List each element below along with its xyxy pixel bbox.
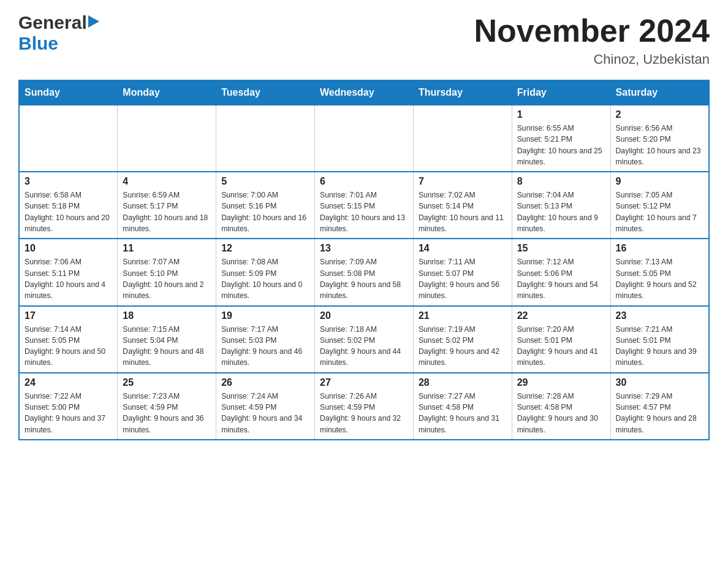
calendar-day-cell (19, 105, 118, 172)
calendar-day-cell (315, 105, 414, 172)
calendar-day-cell: 5Sunrise: 7:00 AMSunset: 5:16 PMDaylight… (216, 172, 315, 239)
weekday-header: Tuesday (216, 80, 315, 105)
day-info: Sunrise: 7:18 AM (320, 324, 408, 335)
day-info: Sunrise: 7:02 AM (419, 190, 507, 201)
day-info: Sunrise: 6:58 AM (25, 190, 112, 201)
day-info: Sunset: 5:15 PM (320, 201, 408, 212)
day-info: Daylight: 9 hours and 34 minutes. (221, 413, 309, 435)
calendar-day-cell (118, 105, 216, 172)
day-number: 28 (419, 377, 507, 388)
calendar-day-cell: 1Sunrise: 6:55 AMSunset: 5:21 PMDaylight… (512, 105, 610, 172)
day-info: Sunrise: 7:26 AM (320, 391, 408, 402)
day-info: Sunrise: 7:21 AM (616, 324, 703, 335)
day-info: Daylight: 10 hours and 0 minutes. (221, 279, 309, 302)
weekday-header: Saturday (610, 80, 709, 105)
title-block: November 2024 Chinoz, Uzbekistan (474, 12, 710, 67)
day-info: Sunset: 5:04 PM (123, 335, 211, 346)
day-info: Sunset: 5:03 PM (221, 335, 309, 346)
day-info: Sunset: 5:10 PM (123, 268, 211, 279)
day-info: Sunset: 5:13 PM (517, 201, 605, 212)
day-info: Sunset: 4:59 PM (320, 402, 408, 413)
day-info: Sunrise: 7:12 AM (517, 256, 605, 267)
weekday-header: Thursday (413, 80, 512, 105)
weekday-header: Monday (118, 80, 216, 105)
calendar-day-cell: 6Sunrise: 7:01 AMSunset: 5:15 PMDaylight… (315, 172, 414, 239)
calendar-day-cell: 21Sunrise: 7:19 AMSunset: 5:02 PMDayligh… (413, 306, 512, 373)
day-number: 16 (616, 243, 703, 254)
day-info: Daylight: 9 hours and 36 minutes. (123, 413, 211, 435)
day-info: Sunset: 5:01 PM (517, 335, 605, 346)
calendar-day-cell: 9Sunrise: 7:05 AMSunset: 5:12 PMDaylight… (610, 172, 709, 239)
calendar-day-cell: 7Sunrise: 7:02 AMSunset: 5:14 PMDaylight… (413, 172, 512, 239)
calendar-day-cell: 8Sunrise: 7:04 AMSunset: 5:13 PMDaylight… (512, 172, 610, 239)
calendar-week-row: 17Sunrise: 7:14 AMSunset: 5:05 PMDayligh… (19, 306, 709, 373)
day-info: Daylight: 10 hours and 7 minutes. (616, 212, 703, 235)
day-info: Sunset: 5:08 PM (320, 268, 408, 279)
day-info: Sunrise: 7:23 AM (123, 391, 211, 402)
calendar-table: SundayMondayTuesdayWednesdayThursdayFrid… (18, 80, 710, 440)
day-number: 29 (517, 377, 605, 388)
day-info: Sunset: 5:14 PM (419, 201, 507, 212)
day-info: Sunrise: 7:05 AM (616, 190, 703, 201)
day-number: 11 (123, 243, 211, 254)
day-number: 24 (25, 377, 112, 388)
calendar-day-cell: 22Sunrise: 7:20 AMSunset: 5:01 PMDayligh… (512, 306, 610, 373)
calendar-day-cell: 13Sunrise: 7:09 AMSunset: 5:08 PMDayligh… (315, 239, 414, 305)
day-info: Sunset: 5:07 PM (419, 268, 507, 279)
calendar-day-cell: 30Sunrise: 7:29 AMSunset: 4:57 PMDayligh… (610, 373, 709, 440)
day-info: Sunrise: 7:14 AM (25, 324, 112, 335)
day-info: Sunrise: 7:20 AM (517, 324, 605, 335)
day-info: Sunset: 4:57 PM (616, 402, 703, 413)
day-info: Daylight: 10 hours and 23 minutes. (616, 145, 703, 168)
day-info: Sunrise: 7:08 AM (221, 256, 309, 267)
day-number: 22 (517, 310, 605, 321)
day-info: Sunset: 5:12 PM (616, 201, 703, 212)
calendar-day-cell: 11Sunrise: 7:07 AMSunset: 5:10 PMDayligh… (118, 239, 216, 305)
calendar-day-cell: 19Sunrise: 7:17 AMSunset: 5:03 PMDayligh… (216, 306, 315, 373)
day-info: Sunset: 5:05 PM (25, 335, 112, 346)
day-number: 8 (517, 176, 605, 187)
day-number: 7 (419, 176, 507, 187)
day-info: Sunrise: 6:56 AM (616, 123, 703, 134)
day-number: 1 (517, 109, 605, 120)
day-number: 21 (419, 310, 507, 321)
day-number: 13 (320, 243, 408, 254)
day-info: Daylight: 9 hours and 39 minutes. (616, 346, 703, 369)
calendar-day-cell: 12Sunrise: 7:08 AMSunset: 5:09 PMDayligh… (216, 239, 315, 305)
day-info: Sunset: 4:58 PM (419, 402, 507, 413)
month-title: November 2024 (474, 12, 710, 49)
day-number: 27 (320, 377, 408, 388)
day-info: Sunrise: 6:59 AM (123, 190, 211, 201)
calendar-day-cell: 15Sunrise: 7:12 AMSunset: 5:06 PMDayligh… (512, 239, 610, 305)
calendar-day-cell: 29Sunrise: 7:28 AMSunset: 4:58 PMDayligh… (512, 373, 610, 440)
day-info: Sunrise: 7:07 AM (123, 256, 211, 267)
day-info: Daylight: 9 hours and 54 minutes. (517, 279, 605, 302)
calendar-day-cell: 27Sunrise: 7:26 AMSunset: 4:59 PMDayligh… (315, 373, 414, 440)
day-info: Daylight: 9 hours and 58 minutes. (320, 279, 408, 302)
day-info: Sunrise: 7:29 AM (616, 391, 703, 402)
weekday-header: Friday (512, 80, 610, 105)
day-info: Sunset: 4:58 PM (517, 402, 605, 413)
day-info: Sunrise: 7:04 AM (517, 190, 605, 201)
calendar-week-row: 24Sunrise: 7:22 AMSunset: 5:00 PMDayligh… (19, 373, 709, 440)
day-info: Sunrise: 7:01 AM (320, 190, 408, 201)
day-info: Daylight: 10 hours and 25 minutes. (517, 145, 605, 168)
day-number: 6 (320, 176, 408, 187)
day-info: Daylight: 10 hours and 4 minutes. (25, 279, 112, 302)
day-info: Sunset: 5:21 PM (517, 134, 605, 145)
day-number: 17 (25, 310, 112, 321)
day-info: Sunset: 5:20 PM (616, 134, 703, 145)
day-info: Sunrise: 6:55 AM (517, 123, 605, 134)
calendar-day-cell: 17Sunrise: 7:14 AMSunset: 5:05 PMDayligh… (19, 306, 118, 373)
day-info: Daylight: 9 hours and 56 minutes. (419, 279, 507, 302)
day-info: Daylight: 9 hours and 48 minutes. (123, 346, 211, 369)
day-number: 4 (123, 176, 211, 187)
day-info: Daylight: 9 hours and 41 minutes. (517, 346, 605, 369)
day-number: 5 (221, 176, 309, 187)
day-info: Sunset: 5:17 PM (123, 201, 211, 212)
day-info: Sunrise: 7:27 AM (419, 391, 507, 402)
day-info: Sunset: 5:02 PM (320, 335, 408, 346)
calendar-week-row: 10Sunrise: 7:06 AMSunset: 5:11 PMDayligh… (19, 239, 709, 305)
day-info: Daylight: 9 hours and 28 minutes. (616, 413, 703, 435)
day-info: Sunset: 5:09 PM (221, 268, 309, 279)
